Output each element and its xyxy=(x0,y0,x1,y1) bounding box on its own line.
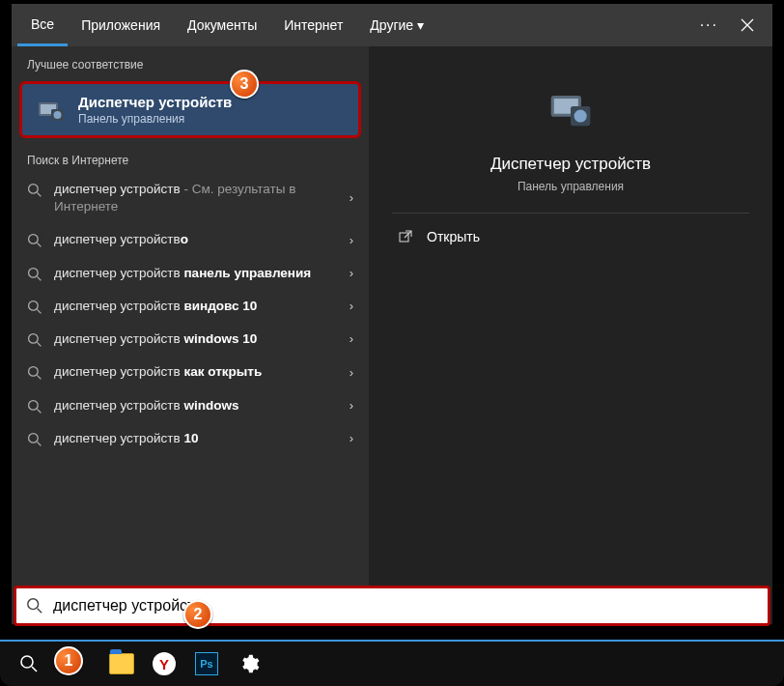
svg-point-10 xyxy=(29,300,39,310)
annotation-badge-2: 2 xyxy=(183,600,212,629)
yandex-icon: Y xyxy=(153,652,176,675)
search-icon xyxy=(27,233,42,248)
chevron-right-icon: › xyxy=(350,265,353,282)
annotation-badge-3: 3 xyxy=(230,70,259,99)
preview-panel: Диспетчер устройств Панель управления От… xyxy=(369,46,772,624)
tab-more[interactable]: Другие▾ xyxy=(356,4,437,46)
svg-point-6 xyxy=(29,235,39,244)
taskbar-yandex-browser[interactable]: Y xyxy=(143,644,185,683)
svg-line-28 xyxy=(32,667,37,672)
chevron-right-icon: › xyxy=(350,364,353,382)
suggestion-text: диспетчер устройств windows 10 xyxy=(54,330,342,348)
chevron-right-icon: › xyxy=(350,397,353,414)
taskbar-file-explorer[interactable] xyxy=(100,644,143,683)
svg-line-5 xyxy=(37,192,41,196)
best-match-header: Лучшее соответствие xyxy=(12,46,369,77)
preview-title: Диспетчер устройств xyxy=(392,155,749,174)
svg-line-7 xyxy=(37,243,41,247)
chevron-right-icon: › xyxy=(350,298,353,315)
open-label: Открыть xyxy=(427,229,480,244)
svg-point-18 xyxy=(29,433,39,443)
suggestion-text: диспетчер устройств панель управления xyxy=(54,265,342,282)
search-icon xyxy=(27,332,42,348)
tab-apps[interactable]: Приложения xyxy=(68,4,174,46)
svg-point-3 xyxy=(54,111,62,119)
suggestion-text: диспетчер устройство xyxy=(54,231,342,248)
taskbar-search-button[interactable] xyxy=(8,644,50,683)
more-options-button[interactable]: ··· xyxy=(690,16,728,34)
taskbar-photoshop[interactable]: Ps xyxy=(185,644,228,683)
search-icon xyxy=(27,267,42,282)
chevron-right-icon: › xyxy=(350,189,353,207)
taskbar: Y Ps xyxy=(0,640,784,686)
chevron-right-icon: › xyxy=(350,330,353,348)
svg-point-16 xyxy=(29,400,39,410)
device-manager-icon xyxy=(546,85,595,133)
search-icon xyxy=(27,399,42,414)
open-icon xyxy=(398,229,413,244)
gear-icon xyxy=(238,653,260,674)
svg-line-15 xyxy=(37,376,41,380)
search-suggestion[interactable]: диспетчер устройств 10› xyxy=(12,422,369,455)
web-search-header: Поиск в Интернете xyxy=(12,142,369,173)
annotation-badge-1: 1 xyxy=(54,646,83,675)
search-suggestion[interactable]: диспетчер устройств windows 10› xyxy=(12,323,369,356)
svg-point-4 xyxy=(29,185,39,194)
close-button[interactable] xyxy=(728,6,767,44)
svg-point-27 xyxy=(21,656,33,668)
device-manager-icon xyxy=(36,95,67,126)
search-input[interactable] xyxy=(53,597,758,615)
taskbar-settings[interactable] xyxy=(228,644,270,683)
tab-docs[interactable]: Документы xyxy=(174,4,270,46)
search-bar[interactable] xyxy=(14,586,770,626)
chevron-right-icon: › xyxy=(350,430,353,447)
tab-all[interactable]: Все xyxy=(17,4,68,46)
preview-subtitle: Панель управления xyxy=(392,180,749,193)
search-icon xyxy=(27,432,42,447)
svg-point-12 xyxy=(29,334,39,344)
svg-point-25 xyxy=(28,599,39,610)
svg-line-9 xyxy=(37,276,41,280)
search-icon xyxy=(26,597,43,615)
svg-line-17 xyxy=(37,409,41,413)
search-suggestion[interactable]: диспетчер устройств как открыть› xyxy=(12,356,369,388)
search-suggestion[interactable]: диспетчер устройство› xyxy=(12,223,369,256)
search-suggestion[interactable]: диспетчер устройств - См. результаты в И… xyxy=(12,173,369,223)
chevron-right-icon: › xyxy=(350,232,353,249)
svg-line-26 xyxy=(38,609,42,614)
best-match-title: Диспетчер устройств xyxy=(78,94,232,110)
search-icon xyxy=(27,183,42,198)
svg-point-8 xyxy=(29,268,39,277)
search-suggestion[interactable]: диспетчер устройств windows› xyxy=(12,389,369,422)
search-icon xyxy=(27,365,42,381)
search-suggestion[interactable]: диспетчер устройств виндовс 10› xyxy=(12,290,369,323)
svg-point-23 xyxy=(574,109,587,122)
svg-rect-24 xyxy=(400,233,408,242)
suggestion-text: диспетчер устройств 10 xyxy=(54,430,342,447)
search-tabs: Все Приложения Документы Интернет Другие… xyxy=(12,4,772,46)
photoshop-icon: Ps xyxy=(195,652,218,675)
best-match-subtitle: Панель управления xyxy=(78,112,232,126)
svg-point-14 xyxy=(29,367,39,377)
best-match-result[interactable]: Диспетчер устройств Панель управления xyxy=(19,81,361,138)
svg-line-19 xyxy=(37,442,41,445)
suggestion-text: диспетчер устройств виндовс 10 xyxy=(54,298,342,315)
file-explorer-icon xyxy=(109,653,134,674)
suggestion-text: диспетчер устройств как открыть xyxy=(54,363,342,381)
svg-line-11 xyxy=(37,309,41,313)
search-suggestion[interactable]: диспетчер устройств панель управления› xyxy=(12,257,369,290)
svg-line-13 xyxy=(37,342,41,346)
chevron-down-icon: ▾ xyxy=(417,17,424,33)
suggestion-text: диспетчер устройств windows xyxy=(54,397,342,414)
open-action[interactable]: Открыть xyxy=(392,214,749,260)
tab-web[interactable]: Интернет xyxy=(270,4,356,46)
search-icon xyxy=(27,300,42,315)
search-icon xyxy=(19,654,39,673)
suggestion-text: диспетчер устройств - См. результаты в И… xyxy=(54,181,342,215)
